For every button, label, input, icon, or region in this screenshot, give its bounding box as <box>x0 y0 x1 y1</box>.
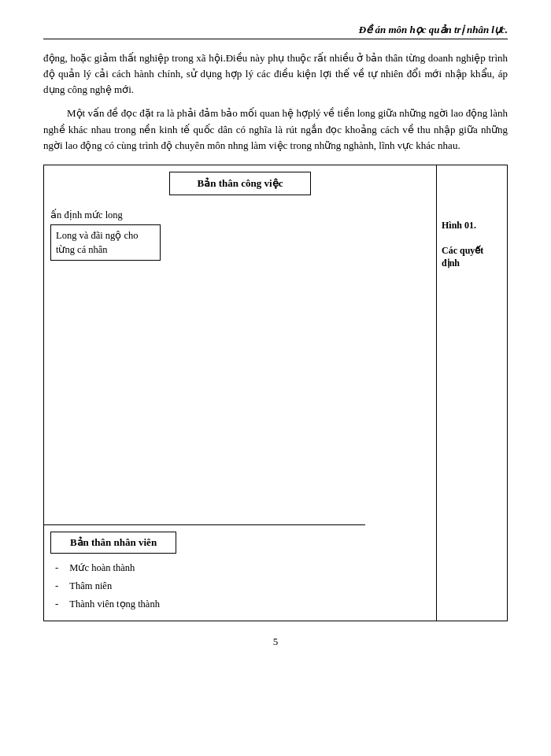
bottom-box-title: Bản thân nhân viên <box>50 532 176 554</box>
header: Đề án môn học quản trị nhân lực. <box>43 24 508 39</box>
diagram-left: Bản thân công việc ấn định mức long Long… <box>44 165 436 621</box>
fig-number: Hình 01. <box>442 219 502 232</box>
bullet-icon: - <box>55 596 58 613</box>
list-item: - Thâm niên <box>55 578 359 595</box>
paragraph-1: động, hoặc giảm thất nghiệp trong xã hội… <box>43 50 508 98</box>
bullet-icon: - <box>55 560 58 576</box>
diagram-area: Bản thân công việc ấn định mức long Long… <box>43 165 508 621</box>
bottom-list: - Mức hoàn thành - Thâm niên - Thành viê… <box>50 560 359 612</box>
figure-label: Hình 01. Các quyết định <box>442 219 502 270</box>
list-item: - Mức hoàn thành <box>55 560 359 576</box>
paragraph-2: Một vấn đề đọc đặt ra là phải đảm bảo mố… <box>43 106 508 153</box>
diagram-right-panel: Hình 01. Các quyết định <box>436 165 507 621</box>
list-item: - Thành viên tọng thành <box>55 596 359 613</box>
fig-caption: Các quyết định <box>442 244 502 271</box>
page: Đề án môn học quản trị nhân lực. động, h… <box>0 0 551 756</box>
page-number: 5 <box>43 636 508 648</box>
sub-box: Long và đãi ngộ cho từng cá nhân <box>50 224 161 261</box>
sub-label: ấn định mức long <box>50 208 430 222</box>
diagram-inner: Bản thân công việc ấn định mức long Long… <box>50 172 430 558</box>
header-title: Đề án môn học quản trị nhân lực. <box>359 24 508 36</box>
main-box-title: Bản thân công việc <box>169 172 311 195</box>
bullet-icon: - <box>55 578 58 595</box>
bottom-section: Bản thân nhân viên - Mức hoàn thành - Th… <box>44 524 365 620</box>
